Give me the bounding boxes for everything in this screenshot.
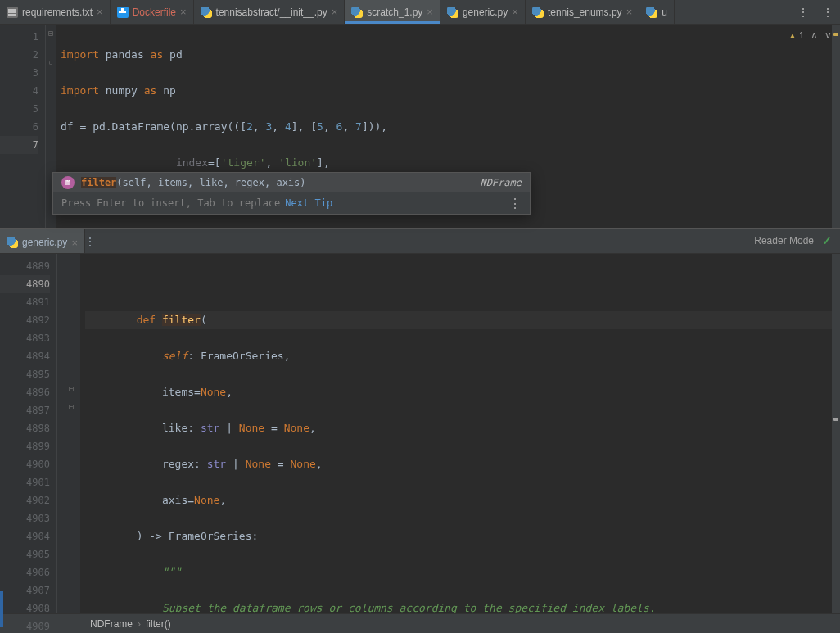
completion-hint: Press Enter to insert, Tab to replace bbox=[61, 197, 280, 209]
close-icon[interactable]: × bbox=[97, 6, 103, 18]
python-icon bbox=[646, 7, 657, 18]
tab-label: generic.py bbox=[22, 237, 67, 248]
tab-label: tennis_enums.py bbox=[548, 7, 622, 18]
completion-menu-icon[interactable]: ⋮ bbox=[508, 196, 522, 211]
tabs-more-button[interactable]: ⋮ bbox=[85, 236, 95, 247]
fold-collapse-icon[interactable]: ⊟ bbox=[67, 385, 75, 393]
line-number: 7 bbox=[0, 136, 38, 154]
tabs-overflow-button[interactable]: ⋮ bbox=[791, 6, 815, 19]
python-icon bbox=[447, 7, 458, 18]
line-number: 4904 bbox=[0, 527, 50, 545]
tab-label: tennisabstract/__init__.py bbox=[216, 7, 327, 18]
python-icon bbox=[532, 7, 544, 18]
fold-column[interactable]: ⊟ ⊟ bbox=[57, 254, 80, 613]
line-number: 4899 bbox=[0, 437, 50, 455]
tab-label: scratch_1.py bbox=[367, 7, 422, 18]
tab-requirements[interactable]: requirements.txt × bbox=[0, 0, 111, 24]
line-number: 4893 bbox=[0, 329, 50, 347]
breadcrumbs[interactable]: NDFrame › filter() bbox=[0, 613, 840, 633]
line-number: 4909 bbox=[0, 617, 50, 633]
completion-item[interactable]: m filter(self, items, like, regex, axis)… bbox=[53, 173, 530, 192]
line-number: 6 bbox=[0, 118, 38, 136]
breadcrumb-item[interactable]: filter() bbox=[146, 618, 171, 630]
problems-widget[interactable]: 1 ∧ ∨ bbox=[788, 29, 832, 41]
editor-pane-top: 1 ∧ ∨ 1 2 3 4 5 6 7 ⊟ ⌞ import pandas as… bbox=[0, 25, 840, 229]
fold-region-icon[interactable]: ⊟ bbox=[47, 29, 55, 38]
breadcrumb-separator-icon: › bbox=[138, 618, 141, 630]
line-number: 5 bbox=[0, 100, 38, 118]
tab-truncated[interactable]: u bbox=[639, 0, 675, 24]
line-number: 1 bbox=[0, 28, 38, 46]
line-number: 2 bbox=[0, 46, 38, 64]
code-area[interactable]: def filter( self: FrameOrSeries, items=N… bbox=[80, 254, 832, 613]
prev-problem-icon[interactable]: ∧ bbox=[811, 29, 818, 41]
close-icon[interactable]: × bbox=[180, 6, 187, 18]
warning-marker[interactable] bbox=[833, 33, 838, 36]
def-filter: filter bbox=[162, 314, 201, 326]
line-number: 4894 bbox=[0, 347, 50, 365]
warning-count[interactable]: 1 bbox=[788, 30, 804, 40]
error-stripe[interactable] bbox=[832, 254, 840, 613]
tab-generic[interactable]: generic.py × bbox=[440, 0, 526, 24]
editor-split: 1 ∧ ∨ 1 2 3 4 5 6 7 ⊟ ⌞ import pandas as… bbox=[0, 25, 840, 633]
gutter[interactable]: 1 2 3 4 5 6 7 bbox=[0, 25, 46, 228]
completion-popup[interactable]: m filter(self, items, like, regex, axis)… bbox=[52, 172, 531, 215]
close-icon[interactable]: × bbox=[512, 6, 518, 18]
line-number: 3 bbox=[0, 64, 38, 82]
python-icon bbox=[351, 7, 363, 18]
editor-pane-bottom: generic.py × ⋮ Reader Mode ✓ 4889 4890 4… bbox=[0, 229, 840, 633]
error-stripe[interactable] bbox=[832, 25, 840, 228]
vcs-change-marker[interactable] bbox=[0, 591, 3, 627]
reader-mode-label[interactable]: Reader Mode bbox=[754, 235, 814, 246]
fold-collapse-icon[interactable]: ⊟ bbox=[67, 403, 75, 411]
completion-hint-row: Press Enter to insert, Tab to replace Ne… bbox=[53, 192, 530, 214]
method-badge-icon: m bbox=[61, 176, 75, 189]
close-icon[interactable]: × bbox=[427, 6, 433, 18]
editor-area-top[interactable]: 1 2 3 4 5 6 7 ⊟ ⌞ import pandas as pd im… bbox=[0, 25, 840, 228]
reader-mode-widget[interactable]: Reader Mode ✓ bbox=[754, 234, 832, 247]
line-number: 4903 bbox=[0, 509, 50, 527]
line-number: 4905 bbox=[0, 545, 50, 563]
breadcrumb-item[interactable]: NDFrame bbox=[90, 618, 133, 630]
editor-area-bottom[interactable]: 4889 4890 4891 4892 4893 4894 4895 4896 … bbox=[0, 254, 840, 613]
tab-tennisabstract-init[interactable]: tennisabstract/__init__.py × bbox=[194, 0, 345, 24]
next-tip-link[interactable]: Next Tip bbox=[285, 197, 332, 209]
tab-label: generic.py bbox=[463, 7, 508, 18]
line-number: 4 bbox=[0, 82, 38, 100]
line-number: 4897 bbox=[0, 401, 50, 419]
tab-generic-bottom[interactable]: generic.py × bbox=[0, 229, 85, 253]
python-icon bbox=[201, 7, 212, 18]
line-number: 4898 bbox=[0, 419, 50, 437]
tab-strip: requirements.txt × Dockerfile × tennisab… bbox=[0, 0, 840, 25]
tab-scratch-1[interactable]: scratch_1.py × bbox=[345, 0, 440, 24]
bottom-tab-strip: generic.py × ⋮ bbox=[0, 229, 840, 254]
close-icon[interactable]: × bbox=[626, 6, 633, 18]
tabs-more-button[interactable]: ⋮ bbox=[815, 6, 840, 19]
docker-icon bbox=[117, 7, 129, 18]
completion-origin: NDFrame bbox=[480, 177, 522, 188]
tab-label: Dockerfile bbox=[133, 7, 176, 18]
line-number: 4895 bbox=[0, 365, 50, 383]
tab-tennis-enums[interactable]: tennis_enums.py × bbox=[526, 0, 639, 24]
line-number: 4892 bbox=[0, 311, 50, 329]
tab-dockerfile[interactable]: Dockerfile × bbox=[111, 0, 194, 24]
close-icon[interactable]: × bbox=[71, 237, 78, 249]
line-number: 4902 bbox=[0, 491, 50, 509]
completion-signature: filter(self, items, like, regex, axis) bbox=[81, 177, 306, 188]
stripe-marker[interactable] bbox=[833, 418, 838, 421]
gutter[interactable]: 4889 4890 4891 4892 4893 4894 4895 4896 … bbox=[0, 254, 57, 613]
line-number: 4889 bbox=[0, 257, 50, 275]
fold-region-end-icon[interactable]: ⌞ bbox=[47, 57, 55, 66]
line-number: 4896 bbox=[0, 383, 50, 401]
check-icon[interactable]: ✓ bbox=[822, 234, 832, 247]
next-problem-icon[interactable]: ∨ bbox=[824, 29, 832, 41]
close-icon[interactable]: × bbox=[332, 6, 338, 18]
line-number: 4907 bbox=[0, 581, 50, 599]
tab-label: requirements.txt bbox=[22, 7, 93, 18]
line-number: 4890 bbox=[0, 275, 50, 293]
line-number: 4891 bbox=[0, 293, 50, 311]
python-icon bbox=[7, 237, 18, 248]
txt-icon bbox=[7, 7, 18, 18]
line-number: 4900 bbox=[0, 455, 50, 473]
line-number: 4908 bbox=[0, 599, 50, 617]
